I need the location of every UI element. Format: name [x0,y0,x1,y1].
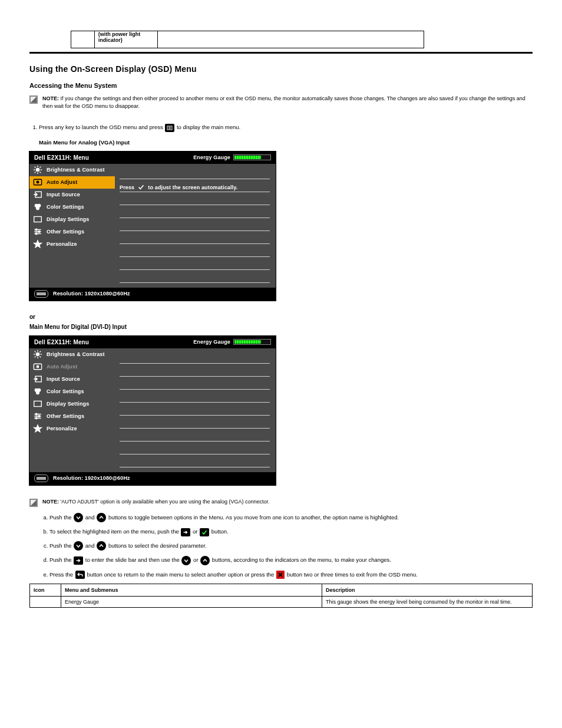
energy-gauge-label: Energy Gauge [193,154,230,160]
input-icon [33,190,42,199]
osd-menu-list: Brightness & Contrast Auto Adjust Input … [29,164,115,288]
osd-item-personalize[interactable]: Personalize [29,238,115,251]
other-icon [33,412,42,420]
osd-item-color[interactable]: Color Settings [29,386,115,398]
resolution-label: Resolution: 1920x1080@60Hz [53,291,130,297]
subsection-title: Accessing the Menu System [29,82,533,89]
th-icon: Icon [30,584,61,597]
up-arrow-icon [97,513,106,522]
menu-button-icon [165,124,174,132]
svg-point-39 [36,391,39,394]
osd-item-label: Auto Adjust [47,179,77,185]
svg-point-44 [35,414,37,416]
note-label: NOTE: [42,95,59,101]
main-menu-digital-label: Main Menu for Digital (DVI-D) Input [29,324,533,330]
svg-point-3 [36,169,39,172]
osd-menu-list: Brightness & Contrast Auto Adjust Input … [29,348,115,472]
note-icon [29,499,38,507]
svg-line-33 [35,357,36,358]
check-icon [200,528,209,536]
up-arrow-icon [97,541,106,551]
step1-pre: Press any key to launch the OSD menu and… [39,124,163,130]
osd-item-display[interactable]: Display Settings [29,398,115,410]
cell-menu: Energy Gauge [61,597,322,608]
energy-gauge-icon [233,154,271,160]
osd-item-brightness[interactable]: Brightness & Contrast [29,164,115,176]
enter-arrow-icon [181,528,190,536]
svg-point-22 [35,229,37,231]
top-table-fragment: (with power light indicator) [71,31,424,48]
other-icon [33,228,42,236]
osd-item-label: Other Settings [47,413,84,419]
step1-post: to display the main menu. [177,124,240,130]
osd-panel-dvi: Dell E2X11H: Menu Energy Gauge Brightnes… [29,336,276,485]
brightness-icon [33,166,42,174]
svg-point-23 [38,231,40,233]
or-label: or [29,314,533,320]
osd-item-label: Input Source [47,376,80,382]
main-menu-vga-label: Main Menu for Analog (VGA) Input [39,138,533,147]
osd-item-display[interactable]: Display Settings [29,213,115,226]
step-1: Press any key to launch the OSD menu and… [39,123,533,147]
osd-item-color[interactable]: Color Settings [29,201,115,213]
osd-detail [115,348,276,472]
note-autoadjust: NOTE: 'AUTO ADJUST' option is only avail… [29,498,533,507]
osd-item-other[interactable]: Other Settings [29,410,115,423]
note-label: NOTE: [42,499,59,505]
osd-item-brightness[interactable]: Brightness & Contrast [29,348,115,361]
step-list-top: Press any key to launch the OSD menu and… [39,123,533,147]
osd-item-autoadjust[interactable]: Auto Adjust [29,176,115,189]
step-b: To select the highlighted item on the me… [49,527,533,536]
table-row: Energy Gauge This gauge shows the energy… [30,597,533,608]
osd-press-line: Press to adjust the screen automatically… [120,179,270,192]
osd-item-label: Brightness & Contrast [47,351,105,357]
osd-item-label: Input Source [47,192,80,197]
osd-item-label: Other Settings [47,229,84,235]
osd-detail: Press to adjust the screen automatically… [115,164,276,288]
input-icon [33,375,42,383]
osd-item-label: Auto Adjust [47,364,77,370]
back-icon [75,571,85,579]
svg-point-45 [38,416,40,417]
framework-table: Icon Menu and Submenus Description Energ… [29,584,533,608]
osd-item-other[interactable]: Other Settings [29,226,115,238]
osd-item-label: Display Settings [47,216,89,222]
svg-point-25 [36,353,39,356]
press-post: to adjust the screen automatically. [148,185,237,190]
color-icon [33,203,42,211]
resolution-icon [34,475,48,482]
svg-line-8 [35,167,36,168]
svg-line-11 [35,172,36,173]
svg-point-13 [37,182,39,184]
section-divider [29,52,533,54]
note-autosave: NOTE: If you change the settings and the… [29,95,533,110]
th-menu: Menu and Submenus [61,584,322,597]
svg-rect-40 [34,401,42,407]
osd-item-label: Color Settings [47,388,84,394]
step-d: Push the to enter the slide bar and then… [49,555,533,565]
osd-item-input[interactable]: Input Source [29,373,115,386]
brightness-icon [33,350,42,358]
down-arrow-icon [181,556,191,565]
osd-item-label: Color Settings [47,204,84,210]
osd-title: Dell E2X11H: Menu [34,339,89,345]
up-arrow-icon [200,556,210,565]
svg-point-46 [35,417,37,419]
resolution-label: Resolution: 1920x1080@60Hz [53,475,130,481]
autoadjust-icon [33,178,42,186]
step-e: Press the button once to return to the m… [49,570,533,579]
svg-line-10 [39,167,41,168]
star-icon [33,424,42,433]
display-icon [33,215,42,223]
press-pre: Press [120,185,134,190]
osd-item-personalize[interactable]: Personalize [29,423,115,435]
osd-item-input[interactable]: Input Source [29,189,115,201]
energy-gauge-icon [233,339,271,345]
osd-item-label: Brightness & Contrast [47,167,105,173]
osd-title: Dell E2X11H: Menu [34,154,89,161]
svg-rect-18 [34,217,42,222]
resolution-icon [34,290,48,298]
note-icon [29,95,38,104]
display-icon [33,400,42,408]
energy-gauge-label: Energy Gauge [193,339,230,345]
